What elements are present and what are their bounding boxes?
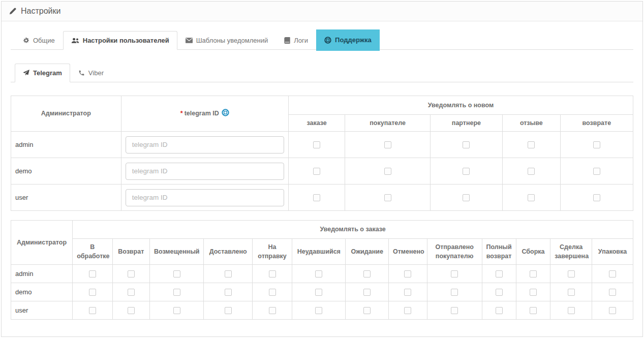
notify-order-checkbox-admin-7[interactable] (404, 270, 411, 278)
notify-order-check-cell (204, 265, 252, 283)
administrator-name: admin (11, 132, 121, 158)
notify-new-checkbox-user-3[interactable] (528, 194, 535, 201)
notify-order-checkbox-demo-1[interactable] (128, 289, 135, 296)
notify-order-check-cell (388, 301, 427, 320)
notify-order-checkbox-user-5[interactable] (315, 307, 322, 314)
notify-order-checkbox-demo-0[interactable] (89, 289, 96, 296)
notify-order-checkbox-admin-5[interactable] (315, 270, 322, 278)
administrator-name: admin (11, 265, 73, 283)
subtab-telegram[interactable]: Telegram (15, 64, 70, 82)
notify-new-checkbox-admin-4[interactable] (593, 141, 600, 148)
notify-order-checkbox-admin-12[interactable] (609, 270, 616, 278)
administrator-name: user (11, 185, 121, 211)
notify-order-checkbox-demo-4[interactable] (269, 289, 276, 296)
subtab-viber[interactable]: Viber (70, 64, 112, 82)
notify-order-check-cell (204, 301, 252, 320)
tab-label-general: Общие (33, 37, 55, 44)
notify-new-checkbox-demo-3[interactable] (528, 168, 535, 175)
notify-order-check-cell (427, 301, 482, 320)
notify-new-check-cell (430, 158, 502, 185)
notify-order-row-user: user (11, 301, 633, 320)
notify-new-checkbox-demo-4[interactable] (593, 168, 600, 175)
tab-logs[interactable]: Логи (276, 31, 316, 50)
notify-order-checkbox-user-12[interactable] (609, 307, 616, 314)
notify-order-column-header-2: Возмещенный (149, 239, 203, 265)
notify-order-check-cell (252, 301, 292, 320)
notify-new-check-cell (560, 185, 633, 211)
notify-order-check-cell (516, 301, 550, 320)
notify-order-checkbox-demo-11[interactable] (568, 289, 575, 296)
notify-order-checkbox-demo-5[interactable] (315, 289, 322, 296)
notify-order-checkbox-demo-2[interactable] (173, 289, 180, 296)
telegram-id-input-demo[interactable] (126, 163, 284, 180)
notify-order-check-cell (482, 265, 516, 283)
notify-new-checkbox-admin-1[interactable] (384, 141, 391, 148)
settings-page: Настройки ОбщиеНастройки пользователейШа… (0, 0, 644, 338)
notify-order-checkbox-demo-7[interactable] (404, 289, 411, 296)
notify-order-checkbox-admin-2[interactable] (173, 270, 180, 278)
notify-order-check-cell (592, 301, 633, 320)
tab-notification-templates[interactable]: Шаблоны уведомлений (177, 31, 277, 50)
notify-order-checkbox-demo-10[interactable] (530, 289, 537, 296)
notify-order-checkbox-admin-0[interactable] (89, 270, 96, 278)
tab-general[interactable]: Общие (15, 31, 63, 50)
notify-order-checkbox-admin-9[interactable] (496, 270, 503, 278)
notify-order-checkbox-admin-3[interactable] (225, 270, 232, 278)
notify-order-table: Администратор Уведомлять о заказе В обра… (11, 220, 633, 320)
notify-new-checkbox-user-2[interactable] (463, 194, 470, 201)
notify-order-checkbox-user-6[interactable] (363, 307, 371, 314)
telegram-id-label: telegram ID (185, 110, 219, 117)
notify-order-checkbox-admin-8[interactable] (451, 270, 458, 278)
notify-new-checkbox-user-1[interactable] (384, 194, 391, 201)
notify-new-checkbox-admin-0[interactable] (313, 141, 320, 148)
notify-new-checkbox-user-0[interactable] (313, 194, 320, 201)
administrator-name: demo (11, 283, 73, 301)
notify-order-check-cell (516, 265, 550, 283)
notify-order-checkbox-demo-8[interactable] (451, 289, 458, 296)
notify-order-checkbox-user-1[interactable] (128, 307, 135, 314)
notify-order-checkbox-admin-1[interactable] (128, 270, 135, 278)
notify-new-check-cell (288, 132, 345, 158)
subtab-label-viber: Viber (88, 69, 104, 77)
notify-order-checkbox-admin-4[interactable] (269, 270, 276, 278)
notify-order-column-header-11: Сделка завершена (550, 239, 592, 265)
notify-order-checkbox-demo-3[interactable] (225, 289, 232, 296)
notify-new-checkbox-admin-3[interactable] (528, 141, 535, 148)
notify-order-checkbox-user-9[interactable] (496, 307, 503, 314)
lifebuoy-icon[interactable] (222, 109, 229, 116)
notify-order-checkbox-admin-10[interactable] (530, 270, 537, 278)
notify-new-checkbox-demo-0[interactable] (313, 168, 320, 175)
notify-new-checkbox-user-4[interactable] (593, 194, 600, 201)
telegram-id-cell (121, 158, 288, 185)
notify-order-check-cell (592, 265, 633, 283)
notify-order-checkbox-user-3[interactable] (225, 307, 232, 314)
tab-user-settings[interactable]: Настройки пользователей (63, 31, 177, 50)
notify-order-checkbox-user-10[interactable] (530, 307, 537, 314)
notify-order-checkbox-demo-12[interactable] (609, 289, 616, 296)
notify-new-column-header-2: партнере (430, 115, 502, 132)
notify-order-checkbox-user-8[interactable] (451, 307, 458, 314)
notify-order-check-cell (388, 283, 427, 301)
notify-order-checkbox-user-11[interactable] (568, 307, 575, 314)
tab-support[interactable]: Поддержка (316, 29, 380, 51)
notify-new-column-header-0: заказе (288, 115, 345, 132)
notify-order-checkbox-demo-9[interactable] (496, 289, 503, 296)
notify-new-checkbox-admin-2[interactable] (463, 141, 470, 148)
notify-new-checkbox-demo-2[interactable] (463, 168, 470, 175)
notify-new-checkbox-demo-1[interactable] (384, 168, 391, 175)
notify-order-check-cell (346, 265, 388, 283)
notify-order-checkbox-user-4[interactable] (269, 307, 276, 314)
notify-order-column-header-10: Сборка (516, 239, 550, 265)
notify-order-checkbox-demo-6[interactable] (363, 289, 371, 296)
notify-order-checkbox-admin-11[interactable] (568, 270, 575, 278)
notify-order-checkbox-user-2[interactable] (173, 307, 180, 314)
notify-order-checkbox-user-7[interactable] (404, 307, 411, 314)
notify-order-checkbox-admin-6[interactable] (363, 270, 371, 278)
telegram-id-input-admin[interactable] (126, 136, 284, 153)
notify-new-check-cell (345, 132, 431, 158)
notify-order-column-header-7: Отменено (388, 239, 427, 265)
notify-order-checkbox-user-0[interactable] (89, 307, 96, 314)
telegram-id-input-user[interactable] (126, 189, 284, 206)
settings-panel: Настройки ОбщиеНастройки пользователейШа… (1, 1, 643, 337)
phone-icon (78, 70, 85, 76)
